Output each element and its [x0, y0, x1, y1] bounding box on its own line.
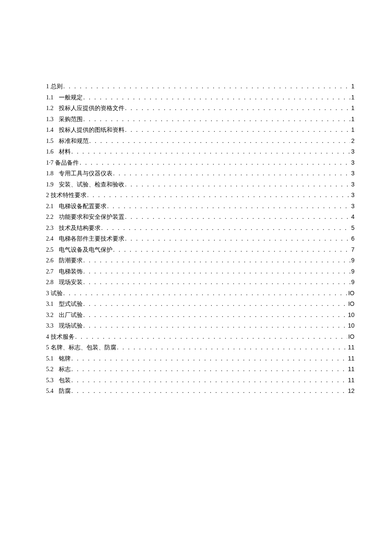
toc-entry: 2.1电梯设备配置要求3 [46, 203, 355, 209]
toc-page-number: 2 [351, 138, 355, 144]
toc-page-number: 9 [351, 257, 355, 263]
toc-entry-title: 安装、试验、检查和验收 [59, 182, 124, 188]
toc-entry-number: 1.4 [46, 127, 54, 133]
toc-entry-number: 1.6 [46, 149, 54, 155]
toc-entry: 1·7 备品备件3 [46, 160, 355, 166]
toc-entry-number: 2.3 [46, 225, 54, 231]
toc-leader-dots [80, 160, 350, 166]
toc-page-number: 3 [351, 203, 355, 209]
toc-entry-number: 3.2 [46, 312, 54, 318]
toc-entry-title: 现场安装 [59, 279, 83, 285]
toc-page-number: 10 [348, 312, 355, 318]
toc-entry-title: 功能要求和安全保护装置 [59, 214, 124, 220]
toc-entry: 1.4投标人提供的图纸和资料1 [46, 127, 355, 133]
toc-page-number: 3 [351, 170, 355, 176]
toc-leader-dots [113, 247, 351, 253]
toc-leader-dots [84, 269, 351, 275]
toc-entry: 2 技术特性要求3 [46, 192, 355, 198]
toc-entry-number: 3.3 [46, 323, 54, 329]
toc-leader-dots [72, 388, 347, 394]
toc-leader-dots [72, 378, 347, 384]
toc-entry: 1.9安装、试验、检查和验收3 [46, 181, 355, 188]
toc-entry-number: 5.3 [46, 378, 54, 384]
toc-page-number: 9 [351, 268, 355, 274]
toc-leader-dots [72, 149, 351, 155]
toc-entry-title: 标志 [59, 366, 71, 372]
toc-entry-title: 电梯装饰 [59, 269, 83, 275]
toc-page-number: 9 [351, 279, 355, 285]
toc-entry-number: 1.5 [46, 138, 54, 144]
toc-leader-dots [125, 214, 351, 220]
toc-entry-title: 采购范围 [59, 116, 83, 122]
toc-entry: 1.8专用工具与仪器仪表3 [46, 170, 355, 177]
toc-entry: 3.3现场试验10 [46, 323, 355, 329]
toc-entry-number: 1.8 [46, 171, 54, 177]
toc-entry-number: 2.4 [46, 236, 54, 242]
toc-entry-title: 标准和规范 [59, 138, 89, 144]
toc-page-number: 1 [351, 116, 355, 122]
toc-page-number: 3 [351, 160, 355, 166]
toc-entry-title: 投标人提供的图纸和资料 [59, 127, 124, 133]
toc-entry-title: 防潮要求 [59, 258, 83, 264]
toc-entry-number: 2.1 [46, 203, 54, 209]
toc-entry-title: 铭牌 [59, 356, 71, 362]
toc-entry: 2.3技术及结构要求5 [46, 225, 355, 231]
toc-page-number: 3 [351, 148, 355, 154]
toc-entry-title: 专用工具与仪器仪表 [59, 171, 112, 177]
toc-leader-dots [72, 356, 347, 362]
toc-page-number: 3 [351, 192, 355, 198]
toc-entry-number: 2.8 [46, 279, 54, 285]
toc-entry: 5 名牌、标志、包装、防腐11 [46, 344, 355, 351]
toc-entry: 3.2出厂试验10 [46, 312, 355, 318]
toc-leader-dots [117, 345, 347, 351]
toc-leader-dots [84, 301, 348, 307]
toc-leader-dots [75, 334, 348, 340]
toc-entry-number: 1.3 [46, 116, 54, 122]
toc-entry: 4 技术服务IO [46, 334, 355, 340]
toc-entry-title: 电梯设备配置要求 [59, 203, 107, 209]
toc-entry: 5.1铭牌11 [46, 355, 355, 362]
toc-page-number: 3 [351, 181, 355, 187]
toc-entry: 1.6材料3 [46, 148, 355, 155]
toc-entry: 2.5电气设备及电气保护7 [46, 247, 355, 253]
toc-entry: 3 试验IO [46, 290, 355, 296]
toc-entry-number: 2.7 [46, 269, 54, 275]
toc-entry-title: 包装 [59, 378, 71, 384]
toc-section-heading: 1 总则 [46, 84, 63, 90]
toc-page-number: 1 [351, 127, 355, 133]
toc-entry: 1.3采购范围1 [46, 116, 355, 122]
toc-entry-title: 技术及结构要求 [59, 225, 101, 231]
toc-leader-dots [101, 225, 351, 231]
toc-entry-title: 现场试验 [59, 323, 83, 329]
toc-leader-dots [89, 138, 351, 144]
toc-page-number: 6 [351, 235, 355, 241]
toc-entry-title: 型式试验 [59, 301, 83, 307]
toc-entry-number: 1.9 [46, 182, 54, 188]
toc-entry-number: 3.1 [46, 301, 54, 307]
toc-entry-number: 2.5 [46, 247, 54, 253]
toc-entry: 1.1一般规定1 [46, 94, 355, 101]
toc-page-number: 11 [348, 366, 355, 372]
toc-entry: 5.4防腐12 [46, 388, 355, 394]
toc-section-heading: 4 技术服务 [46, 334, 75, 340]
toc-entry: 5.3包装11 [46, 377, 355, 384]
toc-entry-title: 投标人应提供的资格文件 [59, 105, 124, 111]
toc-page-number: 7 [351, 247, 355, 253]
toc-leader-dots [84, 95, 351, 101]
toc-entry-title: 防腐 [59, 388, 71, 394]
toc-leader-dots [84, 323, 347, 329]
toc-entry: 5.2标志11 [46, 366, 355, 372]
toc-entry-title: 电气设备及电气保护 [59, 247, 112, 253]
toc-leader-dots [125, 127, 351, 133]
toc-entry-number: 5.1 [46, 356, 54, 362]
toc-section-heading: 5 名牌、标志、包装、防腐 [46, 345, 116, 351]
toc-entry-title: 电梯各部件主要技术要求 [59, 236, 124, 242]
toc-page-number: IO [348, 301, 355, 307]
toc-section-heading: 1·7 备品备件 [46, 160, 79, 166]
toc-entry: 2.8现场安装9 [46, 279, 355, 285]
toc-entry-number: 2.6 [46, 258, 54, 264]
toc-leader-dots [107, 203, 351, 209]
toc-leader-dots [84, 116, 351, 122]
toc-leader-dots [84, 279, 351, 285]
toc-leader-dots [125, 182, 351, 188]
